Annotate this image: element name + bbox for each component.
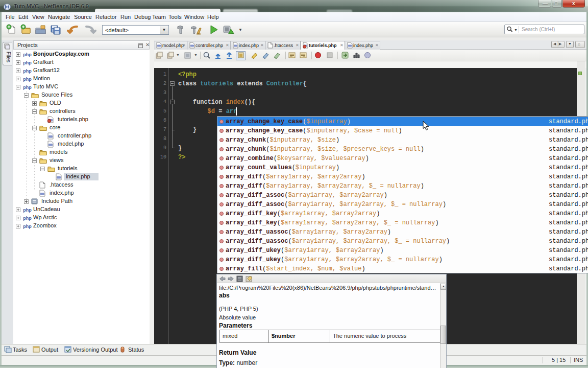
- svg-text:php: php: [23, 77, 32, 82]
- svg-text:php: php: [23, 68, 32, 74]
- svg-text:php: php: [23, 224, 32, 229]
- svg-text:php: php: [23, 216, 32, 221]
- svg-text:php: php: [23, 85, 32, 90]
- svg-text:php: php: [23, 208, 32, 213]
- svg-text:php: php: [23, 60, 32, 65]
- svg-text:php: php: [23, 52, 32, 57]
